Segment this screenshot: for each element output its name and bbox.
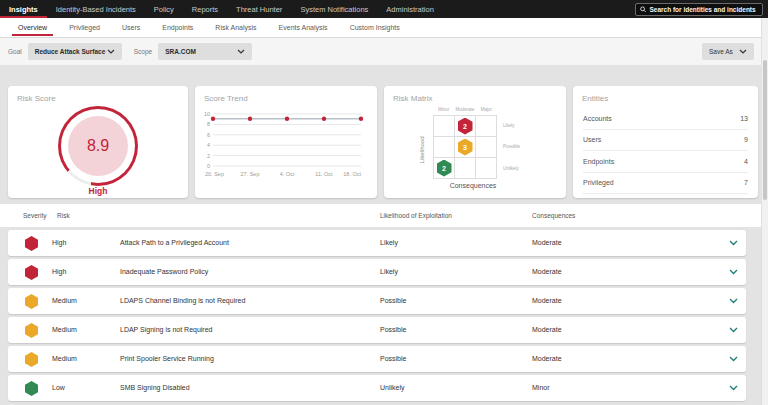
svg-text:4: 4 (207, 142, 210, 148)
nav-item-administration[interactable]: Administration (377, 0, 443, 18)
risk-name: LDAP Signing is not Required (120, 326, 212, 333)
nav-item-policy[interactable]: Policy (145, 0, 183, 18)
table-row[interactable]: High Inadequate Password Policy Likely M… (8, 259, 746, 285)
matrix-cell (455, 158, 476, 179)
app-window: Insights Identity-Based Incidents Policy… (0, 0, 768, 405)
entity-row-endpoints: Endpoints 4 (583, 151, 748, 173)
scrollbar-thumb[interactable] (763, 60, 767, 200)
svg-text:18. Oct: 18. Oct (343, 171, 361, 177)
expand-chevron-icon[interactable] (729, 269, 738, 275)
severity-hexagon-icon (25, 352, 38, 367)
severity-hexagon-icon (25, 236, 38, 251)
tab-active-underline (12, 34, 53, 36)
expand-chevron-icon[interactable] (729, 356, 738, 362)
svg-text:27. Sep: 27. Sep (241, 171, 260, 177)
matrix-x-axis-label: Consequences (418, 182, 528, 189)
entity-value: 13 (740, 115, 748, 122)
risk-name: Inadequate Password Policy (120, 268, 208, 275)
page-scrollbar[interactable] (761, 18, 768, 405)
risk-score-level: High (8, 186, 188, 196)
matrix-badge: 3 (458, 139, 473, 156)
likelihood-value: Possible (380, 297, 406, 304)
table-row[interactable]: Low SMB Signing Disabled Unlikely Minor (8, 375, 746, 401)
nav-item-system-notifications[interactable]: System Notifications (291, 0, 377, 18)
nav-item-identity-based-incidents[interactable]: Identity-Based Incidents (47, 0, 145, 18)
nav-item-insights[interactable]: Insights (0, 0, 47, 18)
tab-label: Endpoints (162, 24, 193, 31)
score-trend-card: Score Trend 108642020. Sep27. Sep4. Oct1… (195, 86, 377, 198)
consequences-value: Moderate (532, 297, 562, 304)
matrix-y-axis-label: Likelihood (419, 136, 425, 163)
likelihood-value: Likely (380, 239, 398, 246)
scope-label: Scope (134, 48, 152, 55)
entity-row-privileged: Privileged 7 (583, 173, 748, 195)
scope-select[interactable]: SRA.COM (158, 43, 252, 60)
tab-privileged[interactable]: Privileged (58, 18, 111, 37)
risk-matrix-card: Risk Matrix Minor Moderate Major 2 3 2 L… (384, 86, 566, 198)
risk-name: LDAPS Channel Binding is not Required (120, 297, 245, 304)
svg-text:8: 8 (207, 121, 210, 127)
entity-label: Endpoints (583, 158, 614, 165)
goal-select[interactable]: Reduce Attack Surface (28, 43, 122, 60)
search-icon (640, 6, 646, 13)
save-as-button[interactable]: Save As (702, 43, 754, 60)
tab-endpoints[interactable]: Endpoints (151, 18, 204, 37)
matrix-cell (434, 116, 455, 137)
matrix-col-minor: Minor (433, 107, 454, 112)
tab-label: Events Analysis (279, 24, 328, 31)
tab-custom-insights[interactable]: Custom Insights (339, 18, 411, 37)
severity-hexagon-icon (25, 323, 38, 338)
chevron-down-icon (739, 49, 747, 54)
likelihood-value: Unlikely (380, 384, 405, 391)
search-input[interactable] (649, 6, 758, 13)
global-search[interactable] (635, 3, 763, 16)
table-row[interactable]: Medium Print Spooler Service Running Pos… (8, 346, 746, 372)
nav-item-label: Insights (9, 5, 38, 14)
svg-text:0: 0 (207, 163, 210, 169)
consequences-value: Moderate (532, 268, 562, 275)
consequences-value: Moderate (532, 326, 562, 333)
matrix-cell (434, 137, 455, 158)
severity-label: High (52, 239, 66, 246)
nav-item-threat-hunter[interactable]: Threat Hunter (227, 0, 291, 18)
risks-table-header: Severity Risk Likelihood of Exploitation… (0, 204, 768, 227)
tab-label: Users (122, 24, 140, 31)
tab-users[interactable]: Users (111, 18, 151, 37)
tab-overview[interactable]: Overview (7, 18, 58, 37)
nav-item-reports[interactable]: Reports (183, 0, 227, 18)
matrix-col-moderate: Moderate (454, 107, 475, 112)
severity-label: Medium (52, 355, 77, 362)
gauge-fill-circle: 8.9 (68, 116, 128, 176)
table-row[interactable]: High Attack Path to a Privileged Account… (8, 230, 746, 256)
matrix-cell: 2 (455, 116, 476, 137)
matrix-row-unlikely: Unlikely (503, 158, 520, 179)
severity-label: High (52, 268, 66, 275)
risk-score-gauge: 8.9 (58, 106, 138, 186)
table-row[interactable]: Medium LDAPS Channel Binding is not Requ… (8, 288, 746, 314)
matrix-cell (476, 158, 497, 179)
score-trend-title: Score Trend (204, 94, 248, 103)
svg-text:4. Oct: 4. Oct (280, 171, 295, 177)
gauge-inner-ring: 8.9 (61, 109, 135, 183)
severity-label: Low (52, 384, 65, 391)
header-risk: Risk (57, 212, 70, 219)
score-trend-chart: 108642020. Sep27. Sep4. Oct11. Oct18. Oc… (199, 106, 373, 192)
table-row[interactable]: Medium LDAP Signing is not Required Poss… (8, 317, 746, 343)
nav-item-label: Policy (154, 5, 174, 14)
risk-name: Attack Path to a Privileged Account (120, 239, 229, 246)
matrix-row-possible: Possible (503, 136, 520, 157)
tab-events-analysis[interactable]: Events Analysis (268, 18, 339, 37)
entity-value: 4 (744, 158, 748, 165)
nav-item-label: Reports (192, 5, 218, 14)
entity-row-users: Users 9 (583, 130, 748, 152)
tab-risk-analysis[interactable]: Risk Analysis (204, 18, 267, 37)
chevron-down-icon (237, 49, 245, 54)
expand-chevron-icon[interactable] (729, 298, 738, 304)
expand-chevron-icon[interactable] (729, 327, 738, 333)
top-nav: Insights Identity-Based Incidents Policy… (0, 0, 768, 18)
consequences-value: Moderate (532, 355, 562, 362)
expand-chevron-icon[interactable] (729, 385, 738, 391)
likelihood-value: Possible (380, 355, 406, 362)
tab-label: Risk Analysis (215, 24, 256, 31)
expand-chevron-icon[interactable] (729, 240, 738, 246)
